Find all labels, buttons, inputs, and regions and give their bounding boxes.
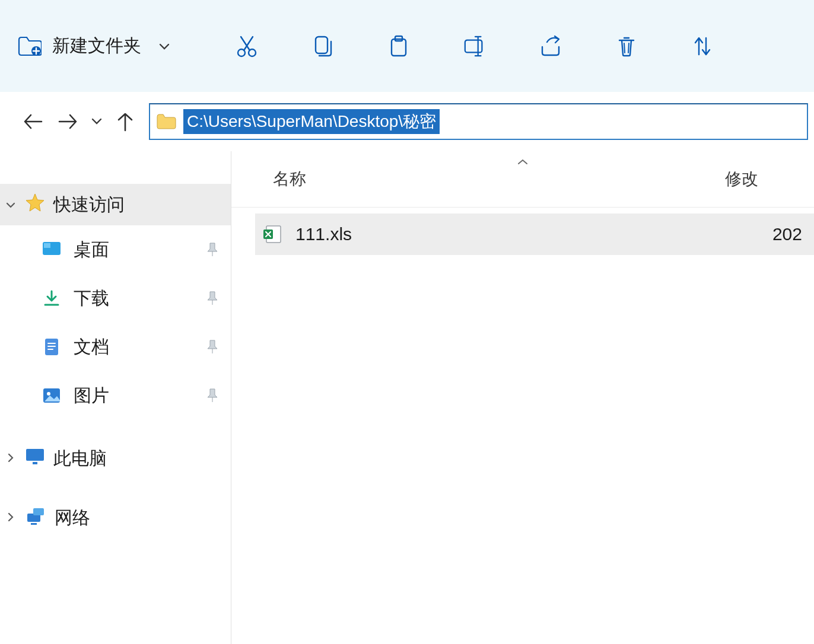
paste-icon[interactable]	[387, 34, 411, 58]
sidebar-item-downloads[interactable]: 下载	[0, 274, 231, 323]
address-bar[interactable]: C:\Users\SuperMan\Desktop\秘密	[149, 103, 808, 140]
svg-rect-16	[31, 523, 37, 525]
chevron-down-icon	[5, 198, 17, 212]
star-icon	[25, 193, 45, 217]
sort-icon[interactable]	[691, 34, 714, 58]
this-pc-label: 此电脑	[53, 447, 107, 471]
sidebar-item-label: 桌面	[74, 238, 109, 262]
pin-icon	[206, 388, 219, 403]
address-path[interactable]: C:\Users\SuperMan\Desktop\秘密	[183, 109, 440, 134]
sidebar-item-documents[interactable]: 文档	[0, 323, 231, 371]
body: 快速访问 桌面 下载 文档	[0, 151, 814, 644]
forward-button[interactable]	[50, 104, 86, 139]
desktop-icon	[42, 240, 62, 260]
nav-row: C:\Users\SuperMan\Desktop\秘密	[0, 92, 814, 151]
copy-icon[interactable]	[311, 34, 335, 58]
chevron-right-icon	[5, 452, 17, 466]
svg-rect-12	[26, 449, 44, 461]
svg-point-11	[47, 392, 50, 396]
svg-rect-6	[465, 40, 482, 52]
up-button[interactable]	[107, 104, 143, 139]
column-name[interactable]: 名称	[273, 168, 725, 190]
toolbar: 新建文件夹	[0, 0, 814, 92]
delete-icon[interactable]	[615, 34, 638, 58]
network-icon	[25, 506, 46, 530]
document-icon	[42, 337, 62, 357]
svg-rect-13	[33, 462, 37, 464]
network-label: 网络	[55, 506, 90, 530]
file-name: 111.xls	[295, 224, 761, 244]
sidebar-this-pc[interactable]: 此电脑	[0, 438, 231, 479]
pc-icon	[25, 448, 45, 470]
share-icon[interactable]	[539, 34, 562, 58]
quick-access-header[interactable]: 快速访问	[0, 184, 231, 225]
excel-file-icon	[261, 223, 284, 246]
chevron-down-icon[interactable]	[152, 39, 170, 54]
cut-icon[interactable]	[235, 34, 259, 58]
folder-icon	[156, 113, 176, 130]
svg-rect-8	[44, 243, 50, 248]
svg-rect-3	[316, 37, 327, 53]
quick-access-label: 快速访问	[53, 193, 125, 217]
column-header[interactable]: 名称 修改	[231, 151, 814, 208]
sidebar-item-label: 文档	[74, 335, 109, 359]
download-icon	[42, 288, 62, 308]
content-pane: 名称 修改 111.xls 202	[231, 151, 814, 644]
pictures-icon	[42, 385, 62, 406]
new-folder-label: 新建文件夹	[52, 34, 141, 58]
file-date: 202	[772, 224, 802, 244]
sidebar-item-label: 图片	[74, 384, 109, 408]
sidebar-item-label: 下载	[74, 286, 109, 311]
pin-icon	[206, 242, 219, 257]
new-folder-button[interactable]: 新建文件夹	[18, 34, 170, 58]
toolbar-icons	[235, 34, 714, 58]
pin-icon	[206, 339, 219, 355]
rename-icon[interactable]	[463, 34, 487, 58]
pin-icon	[206, 291, 219, 306]
svg-rect-15	[33, 508, 44, 515]
chevron-right-icon	[5, 511, 17, 525]
sidebar: 快速访问 桌面 下载 文档	[0, 151, 231, 644]
sidebar-item-pictures[interactable]: 图片	[0, 371, 231, 420]
sidebar-item-desktop[interactable]: 桌面	[0, 225, 231, 274]
column-modified[interactable]: 修改	[725, 168, 784, 190]
toolbar-left: 新建文件夹	[18, 34, 170, 58]
file-row[interactable]: 111.xls 202	[255, 213, 814, 255]
sort-indicator-icon	[517, 156, 529, 168]
recent-dropdown[interactable]	[86, 104, 107, 139]
back-button[interactable]	[15, 104, 50, 139]
new-folder-icon	[18, 36, 42, 56]
sidebar-network[interactable]: 网络	[0, 497, 231, 538]
